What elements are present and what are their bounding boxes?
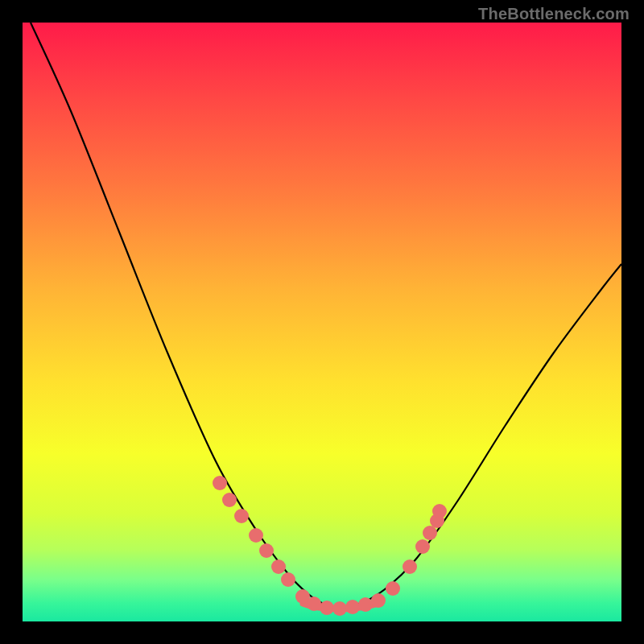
highlight-dot <box>234 509 249 523</box>
highlight-dot <box>307 597 321 611</box>
highlight-dot <box>358 597 373 612</box>
highlight-dot <box>423 526 437 540</box>
highlight-dot <box>271 559 286 574</box>
chart-svg <box>23 23 621 621</box>
highlight-dot <box>402 559 417 574</box>
highlight-dot <box>432 504 447 518</box>
highlight-dot <box>371 593 386 608</box>
highlight-dot <box>386 581 400 596</box>
highlight-dot <box>415 539 430 554</box>
highlight-dot <box>332 601 347 616</box>
highlight-dot <box>259 543 274 558</box>
highlight-dot <box>222 493 237 507</box>
highlight-dot <box>213 476 227 490</box>
highlight-dot <box>320 601 334 615</box>
chart-plot-area <box>23 23 621 621</box>
highlight-markers <box>213 476 447 616</box>
highlight-dot <box>249 528 263 543</box>
highlight-dot <box>281 572 295 587</box>
bottleneck-curve <box>31 23 621 608</box>
watermark-text: TheBottleneck.com <box>478 5 630 23</box>
highlight-dot <box>345 600 360 614</box>
